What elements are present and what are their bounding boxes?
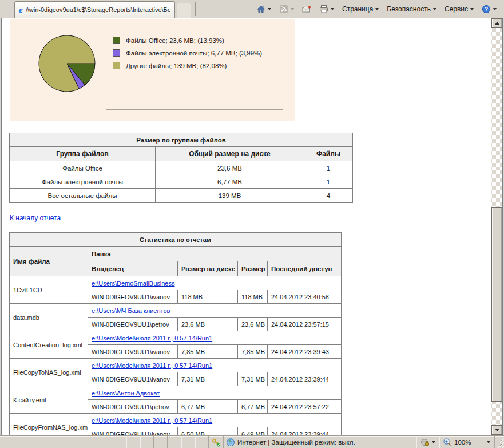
tab-title: \\win-0digeov9uu1\c$\StorageReports\Inte…	[26, 6, 170, 13]
stats-row-path: ContentCreation_log.xmle:\Users\Model\ию…	[10, 331, 342, 345]
scrollbar-thumb[interactable]	[491, 207, 502, 402]
tools-menu-caret	[470, 8, 474, 10]
browser-viewport: Файлы Office; 23,6 MB; (13,93%) Файлы эл…	[1, 18, 503, 435]
stats-last-access: 24.04.2012 23:57:15	[268, 318, 342, 331]
protected-mode-button[interactable]	[416, 436, 439, 448]
stats-folder-cell: e:\Users\Model\июля 2011 г., 0 57 14\Run…	[88, 359, 342, 372]
resize-grip[interactable]	[495, 436, 504, 448]
scroll-up-button[interactable]	[491, 18, 502, 28]
group-file-count: 1	[304, 175, 353, 189]
scroll-down-button[interactable]	[491, 425, 502, 435]
toolbar-separator	[195, 2, 196, 16]
stats-row-path: FileCopyToNAS_log.xmle:\Users\Model\июля…	[10, 359, 342, 372]
folder-path-link[interactable]: e:\Users\DemoSmallBusiness	[92, 280, 175, 287]
tools-menu-label: Сервис	[445, 5, 468, 13]
chart-block: Файлы Office; 23,6 MB; (13,93%) Файлы эл…	[10, 19, 295, 121]
safety-menu-caret	[433, 8, 436, 10]
home-icon	[256, 5, 265, 14]
svg-text:?: ?	[485, 6, 488, 12]
help-dropdown-caret[interactable]	[493, 8, 497, 10]
status-pane	[126, 436, 140, 448]
stats-table: Статистика по отчетам Имя файла Папка Вл…	[9, 232, 342, 435]
help-icon: ?	[482, 5, 491, 14]
status-pane	[140, 436, 154, 448]
status-pane-empty	[0, 436, 126, 448]
home-button[interactable]	[253, 3, 274, 15]
legend-label: Файлы электронной почты; 6,77 MB; (3,99%…	[126, 50, 262, 57]
status-pane-zone: Интернет | Защищенный режим: выкл.	[224, 436, 416, 448]
page-menu-button[interactable]: Страница	[339, 3, 382, 15]
stats-owner: WIN-0DIGEOV9UU1\ivanov	[88, 372, 178, 386]
zoom-dropdown-caret	[487, 441, 490, 443]
back-to-top-link[interactable]: К началу отчета	[10, 214, 61, 222]
stats-folder-cell: e:\Users\Model\июля 2011 г., 0 57 14\Run…	[88, 331, 342, 345]
group-file-count: 4	[304, 189, 353, 203]
stats-last-access: 24.04.2012 23:40:58	[268, 290, 342, 304]
file-groups-table-title: Размер по группам файлов	[10, 133, 353, 147]
new-tab-button[interactable]	[177, 3, 191, 18]
command-bar: Страница Безопасность Сервис ?	[253, 0, 499, 18]
print-dropdown-caret[interactable]	[331, 8, 334, 10]
group-total-size: 23,6 MB	[156, 161, 304, 175]
scroll-up-arrow-icon	[495, 22, 499, 25]
ie-logo-icon: e	[19, 6, 23, 14]
stats-folder-cell: e:\Users\DemoSmallBusiness	[88, 276, 342, 290]
home-dropdown-caret[interactable]	[268, 8, 271, 10]
pie-chart	[35, 32, 98, 95]
safety-menu-button[interactable]: Безопасность	[384, 3, 439, 15]
legend-label: Другие файлы; 139 MB; (82,08%)	[126, 62, 227, 69]
col-header-group: Группа файлов	[10, 147, 156, 161]
col-header-total-size: Общий размер на диске	[156, 147, 304, 161]
group-file-count: 1	[304, 161, 353, 175]
security-zone-icon	[420, 438, 430, 447]
print-icon	[319, 5, 328, 14]
group-name: Файлы Office	[10, 161, 156, 175]
feeds-button[interactable]	[276, 3, 297, 15]
feeds-dropdown-caret[interactable]	[291, 8, 294, 10]
legend-marker-other	[113, 62, 120, 69]
stats-owner: WIN-0DIGEOV9UU1\petrov	[88, 400, 178, 414]
file-group-row: Файлы Office23,6 MB1	[10, 161, 353, 175]
vertical-scrollbar[interactable]	[491, 18, 502, 435]
print-button[interactable]	[316, 3, 337, 15]
folder-path-link[interactable]: e:\Users\Антон Адвокат	[92, 390, 160, 397]
stats-folder-cell: e:\Users\Антон Адвокат	[88, 386, 342, 400]
page-menu-label: Страница	[342, 5, 373, 13]
stats-owner: WIN-0DIGEOV9UU1\ivanov	[88, 427, 178, 435]
stats-file-name: FileCopyFromNAS_log.xml	[10, 414, 88, 435]
legend-item: Файлы Office; 23,6 MB; (13,93%)	[113, 37, 283, 44]
tools-menu-button[interactable]: Сервис	[442, 3, 477, 15]
stats-size: 6,49 MB	[238, 427, 268, 435]
col-header-size: Размер	[238, 261, 268, 276]
stats-size-on-disk: 6,50 MB	[178, 427, 238, 435]
chart-legend: Файлы Office; 23,6 MB; (13,93%) Файлы эл…	[106, 30, 283, 110]
browser-tab[interactable]: e \\win-0digeov9uu1\c$\StorageReports\In…	[14, 1, 175, 18]
safety-menu-label: Безопасность	[387, 5, 431, 13]
col-header-file-name: Имя файла	[10, 247, 88, 276]
stats-file-name: К сайту.eml	[10, 386, 88, 414]
folder-path-link[interactable]: e:\Users\Model\июля 2011 г., 0 57 14\Run…	[92, 417, 212, 424]
stats-size: 6,77 MB	[238, 400, 268, 414]
col-header-size-disk: Размер на диске	[178, 261, 238, 276]
status-pane	[154, 436, 168, 448]
read-mail-button[interactable]	[299, 3, 314, 15]
scroll-down-arrow-icon	[495, 429, 499, 431]
col-header-folder: Папка	[88, 247, 342, 261]
status-pane	[168, 436, 181, 448]
stats-last-access: 24.04.2012 23:57:22	[268, 400, 342, 414]
col-header-files: Файлы	[304, 147, 353, 161]
zoom-control[interactable]: 100%	[439, 436, 495, 448]
stats-file-name: data.mdb	[10, 304, 88, 331]
group-name: Все остальные файлы	[10, 189, 156, 203]
folder-path-link[interactable]: e:\Users\Model\июля 2011 г., 0 57 14\Run…	[92, 362, 212, 369]
zoom-magnifier-icon	[443, 438, 452, 447]
folder-path-link[interactable]: e:\Users\Model\июля 2011 г., 0 57 14\Run…	[92, 335, 212, 342]
help-button[interactable]: ?	[479, 3, 499, 15]
folder-path-link[interactable]: e:\Users\МЧ База клиентов	[92, 307, 170, 314]
stats-owner: WIN-0DIGEOV9UU1\petrov	[88, 318, 178, 331]
group-total-size: 139 MB	[156, 189, 304, 203]
status-pane-security[interactable]	[209, 436, 224, 448]
stats-last-access: 24.04.2012 23:39:43	[268, 345, 342, 359]
stats-size: 7,85 MB	[238, 345, 268, 359]
stats-row-path: data.mdbe:\Users\МЧ База клиентов	[10, 304, 342, 318]
